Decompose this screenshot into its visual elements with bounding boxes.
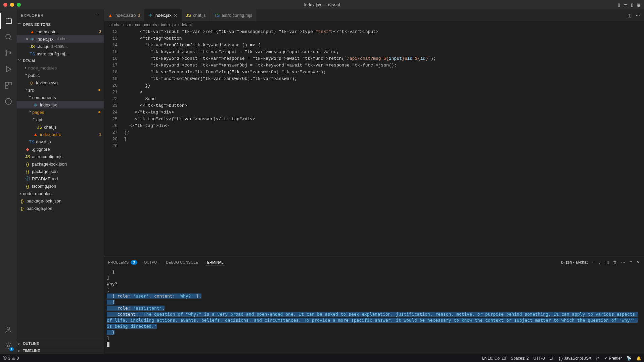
terminal-tab[interactable]: TERMINAL — [205, 260, 224, 266]
sidebar: EXPLORER ⋯ OPEN EDITORS ▲index.astr...3✕… — [17, 9, 104, 354]
breadcrumb-item[interactable]: components — [135, 22, 157, 27]
new-terminal-icon[interactable]: + — [592, 260, 594, 265]
close-tab-icon[interactable]: ✕ — [174, 13, 178, 18]
status-language[interactable]: { } JavaScript JSX — [559, 356, 592, 361]
status-cursor[interactable]: Ln 10, Col 10 — [482, 356, 506, 361]
status-prettier[interactable]: ✓ Prettier — [604, 356, 622, 361]
folder-item[interactable]: node_modules — [17, 190, 104, 197]
edge-tools-icon[interactable] — [0, 93, 16, 109]
file-item[interactable]: {}package-lock.json — [17, 160, 104, 168]
status-feedback-icon[interactable]: 📡 — [627, 356, 632, 361]
timeline-section[interactable]: TIMELINE — [17, 347, 104, 354]
status-eol[interactable]: LF — [550, 356, 554, 361]
file-item[interactable]: {}package.json — [17, 168, 104, 175]
breadcrumb-item[interactable]: default — [181, 22, 193, 27]
output-tab[interactable]: OUTPUT — [144, 260, 159, 264]
file-item[interactable]: ⚛index.jsx — [17, 101, 104, 108]
window-minimize-mac[interactable] — [10, 3, 14, 7]
settings-gear-icon[interactable]: 1 — [0, 338, 16, 354]
status-bell-icon[interactable]: 🔔 — [636, 356, 641, 361]
status-spaces[interactable]: Spaces: 2 — [511, 356, 528, 361]
breadcrumb-item[interactable]: src — [126, 22, 131, 27]
tree-label: index.astro — [40, 132, 61, 137]
breadcrumb-item[interactable]: index.jsx — [161, 22, 177, 27]
outline-section[interactable]: OUTLINE — [17, 340, 104, 347]
file-item[interactable]: JSastro.config.mjs — [17, 153, 104, 160]
sidebar-more-icon[interactable]: ⋯ — [96, 13, 100, 17]
folder-item[interactable]: api — [17, 116, 104, 123]
search-icon[interactable] — [0, 29, 16, 45]
file-icon: {} — [19, 206, 25, 211]
file-item[interactable]: ◆.gitignore — [17, 145, 104, 153]
extensions-icon[interactable] — [0, 77, 16, 93]
status-encoding[interactable]: UTF-8 — [534, 356, 545, 361]
open-editor-item[interactable]: ✕⚛index.jsxai-cha... — [17, 35, 104, 43]
file-icon: JS — [25, 154, 30, 159]
tree-label: package.json — [27, 206, 52, 211]
code-editor[interactable]: 121314151617181920212223242526272829 <"t… — [104, 29, 644, 257]
explorer-icon[interactable] — [0, 13, 16, 29]
file-item[interactable]: {}package-lock.json — [17, 197, 104, 205]
more-actions-icon[interactable]: ⋯ — [636, 13, 640, 18]
window-close-mac[interactable] — [3, 3, 7, 7]
file-item[interactable]: ⓘREADME.md — [17, 175, 104, 182]
svg-rect-6 — [9, 82, 11, 85]
breadcrumbs[interactable]: ai-chat›src›components›index.jsx›default — [104, 21, 644, 29]
file-item[interactable]: ◇favicon.svg — [17, 79, 104, 86]
problems-tab[interactable]: PROBLEMS 3 — [108, 260, 137, 265]
layout-customize-icon[interactable]: ▦ — [637, 2, 641, 7]
file-icon: JS — [186, 13, 191, 18]
terminal-more-icon[interactable]: ⋯ — [621, 260, 625, 265]
folder-item[interactable]: public — [17, 72, 104, 79]
status-copilot-icon[interactable]: ◎ — [596, 356, 599, 361]
file-icon: ⚛ — [30, 37, 35, 42]
editor-tab[interactable]: ▲index.astro3 — [104, 9, 144, 21]
file-icon: {} — [25, 184, 30, 189]
split-terminal-icon[interactable]: ◫ — [605, 260, 609, 265]
layout-sidebar-right-icon[interactable]: ▯ — [631, 2, 633, 7]
file-item[interactable]: {}package.json — [17, 205, 104, 212]
run-debug-icon[interactable] — [0, 61, 16, 77]
chevron-icon — [33, 117, 36, 122]
tree-label: package-lock.json — [27, 198, 61, 203]
folder-item[interactable]: node_modules — [17, 64, 104, 72]
accounts-icon[interactable] — [0, 322, 16, 338]
modified-dot-icon — [98, 111, 100, 113]
breadcrumb-item[interactable]: ai-chat — [109, 22, 122, 27]
layout-sidebar-left-icon[interactable]: ▯ — [618, 2, 620, 7]
terminal-shell-label[interactable]: ▷ zsh - ai-chat — [561, 260, 588, 265]
file-item[interactable]: TSenv.d.ts — [17, 138, 104, 145]
folder-item[interactable]: src — [17, 86, 104, 94]
editor-tab[interactable]: JSchat.js — [182, 9, 210, 21]
file-item[interactable]: JSchat.js — [17, 123, 104, 131]
editor-tabs: ▲index.astro3⚛index.jsx✕JSchat.jsTSastro… — [104, 9, 644, 21]
source-control-icon[interactable] — [0, 45, 16, 61]
file-item[interactable]: {}tsconfig.json — [17, 182, 104, 190]
file-icon: TS — [29, 139, 34, 144]
folder-item[interactable]: components — [17, 94, 104, 101]
file-item[interactable]: ▲index.astro3 — [17, 131, 104, 138]
open-editor-item[interactable]: JSchat.jsai-chat/... — [17, 43, 104, 50]
maximize-panel-icon[interactable]: ⌃ — [629, 260, 633, 265]
kill-terminal-icon[interactable]: 🗑 — [613, 260, 617, 265]
terminal-output[interactable]: } ] Why? [ { role: 'user', content: 'Why… — [104, 268, 644, 354]
terminal-dropdown-icon[interactable]: ⌄ — [598, 260, 601, 265]
status-errors[interactable]: ⓧ3 ⚠0 — [3, 355, 19, 361]
close-editor-icon[interactable]: ✕ — [25, 37, 30, 42]
file-icon: {} — [25, 169, 30, 174]
folder-item[interactable]: pages — [17, 108, 104, 116]
open-editor-item[interactable]: ▲index.astr...3 — [17, 28, 104, 35]
tree-label: favicon.svg — [36, 80, 58, 85]
layout-panel-icon[interactable]: ▭ — [624, 2, 628, 7]
split-editor-icon[interactable]: ◫ — [628, 13, 632, 18]
open-editor-item[interactable]: TSastro.config.mj... — [17, 50, 104, 57]
debug-console-tab[interactable]: DEBUG CONSOLE — [166, 260, 198, 264]
svg-line-1 — [10, 38, 11, 40]
editor-tab[interactable]: TSastro.config.mjs — [210, 9, 257, 21]
open-editors-section[interactable]: OPEN EDITORS — [17, 21, 104, 28]
project-section[interactable]: DEV-AI — [17, 57, 104, 64]
close-panel-icon[interactable]: ✕ — [637, 260, 640, 265]
editor-tab[interactable]: ⚛index.jsx✕ — [144, 9, 182, 21]
tab-label: astro.config.mjs — [222, 13, 252, 18]
window-maximize-mac[interactable] — [17, 3, 21, 7]
